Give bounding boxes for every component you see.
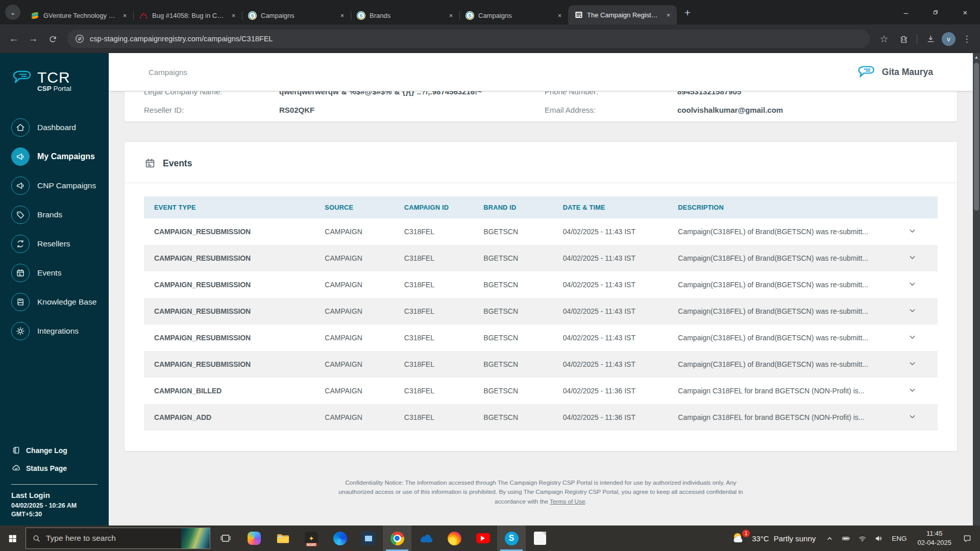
new-tab-button[interactable]: + xyxy=(680,5,695,20)
maximize-button[interactable] xyxy=(921,0,950,24)
sidebar-item-dashboard[interactable]: Dashboard xyxy=(0,113,109,142)
address-bar[interactable]: csp-staging.campaignregistry.com/campaig… xyxy=(67,30,870,48)
sidebar-item-cnp-campaigns[interactable]: CNP Campaigns xyxy=(0,171,109,200)
start-button[interactable] xyxy=(0,525,24,551)
brand-id-cell: BGETSCN xyxy=(473,271,553,298)
browser-tab[interactable]: The Campaign Registry - C× xyxy=(568,5,677,24)
expand-row-chevron-icon[interactable] xyxy=(898,324,938,351)
task-view-icon[interactable] xyxy=(211,525,240,551)
action-center-icon[interactable] xyxy=(958,534,977,543)
datetime-cell: 04/02/2025 - 11:43 IST xyxy=(553,324,668,351)
sidebar-item-brands[interactable]: Brands xyxy=(0,200,109,229)
reload-button[interactable] xyxy=(44,30,61,47)
weather-icon: 1 xyxy=(732,532,747,545)
browser-tab[interactable]: SBrands× xyxy=(351,6,459,24)
tag-glyph xyxy=(15,210,26,220)
minimize-button[interactable]: – xyxy=(891,0,921,24)
tab-search-button[interactable]: ⌄ xyxy=(5,5,20,20)
extensions-icon[interactable] xyxy=(895,31,912,47)
edge-icon[interactable] xyxy=(326,525,354,551)
tab-close-icon[interactable]: × xyxy=(555,11,564,20)
last-login-datetime: 04/02/2025 - 10:26 AM xyxy=(11,502,97,509)
search-daily-image[interactable] xyxy=(181,528,210,548)
downloads-icon[interactable] xyxy=(922,31,939,47)
campaign-details-card: Legal Company Name: qwerqwerwerqw`&`%$#@… xyxy=(124,91,958,122)
column-header-expand xyxy=(898,196,938,218)
svg-text:S: S xyxy=(251,13,254,18)
browser-tab[interactable]: Bug #14058: Bug in Campa× xyxy=(133,6,242,24)
white-app-icon[interactable] xyxy=(526,525,554,551)
expand-row-chevron-icon[interactable] xyxy=(898,218,938,245)
expand-row-chevron-icon[interactable] xyxy=(898,271,938,298)
event-row: CAMPAIGN_RESUBMISSIONCAMPAIGNC318FELBGET… xyxy=(144,298,938,324)
dark-app-icon[interactable] xyxy=(354,525,383,551)
url-text[interactable]: csp-staging.campaignregistry.com/campaig… xyxy=(90,35,273,43)
tab-close-icon[interactable]: × xyxy=(229,11,238,20)
description-cell: Campaign(C318FEL) of Brand(BGETSCN) was … xyxy=(668,271,898,298)
sidebar-item-my-campaigns[interactable]: My Campaigns xyxy=(0,142,109,171)
sidebar-link-change-log[interactable]: Change Log xyxy=(11,441,97,459)
expand-row-chevron-icon[interactable] xyxy=(898,404,938,431)
scrollbar-thumb[interactable] xyxy=(974,63,979,211)
language-indicator[interactable]: ENG xyxy=(887,535,911,542)
expand-row-chevron-icon[interactable] xyxy=(898,245,938,271)
expand-row-chevron-icon[interactable] xyxy=(898,378,938,404)
page-header: Campaigns Gita Maurya xyxy=(109,53,980,91)
phone-number-label: Phone Number: xyxy=(545,91,672,99)
file-explorer-icon[interactable] xyxy=(268,525,297,551)
description-cell: Campaign(C318FEL) of Brand(BGETSCN) was … xyxy=(668,351,898,378)
tcr-logo[interactable]: TCR CSP Portal xyxy=(0,68,109,92)
source-cell: CAMPAIGN xyxy=(314,298,394,324)
event-type-cell: CAMPAIGN_RESUBMISSION xyxy=(144,324,314,351)
legal-company-name-value: qwerqwerwerqw`&`%$#@$#$%`&`{}{}`..?/,.98… xyxy=(279,91,540,99)
onedrive-icon[interactable] xyxy=(411,525,440,551)
taskbar-weather[interactable]: 1 33°C Partly sunny xyxy=(727,532,821,545)
site-settings-icon[interactable] xyxy=(75,34,85,44)
user-chip[interactable]: Gita Maurya xyxy=(856,64,933,81)
sidebar-item-resellers[interactable]: Resellers xyxy=(0,229,109,258)
terms-of-use-link[interactable]: Terms of Use xyxy=(550,498,585,505)
taskbar-clock[interactable]: 11:45 02-04-2025 xyxy=(913,529,957,547)
profile-avatar[interactable]: v xyxy=(942,32,955,46)
sidebar-item-label: My Campaigns xyxy=(37,152,95,161)
forward-button[interactable]: → xyxy=(24,30,42,47)
volume-icon[interactable] xyxy=(871,534,886,543)
taskbar-search[interactable]: Type here to search xyxy=(26,528,210,549)
sidebar-item-integrations[interactable]: Integrations xyxy=(0,316,109,345)
chrome-icon[interactable] xyxy=(383,525,411,551)
scroll-up-arrow[interactable]: ▲ xyxy=(974,55,979,60)
expand-row-chevron-icon[interactable] xyxy=(898,298,938,324)
events-title-row: Events xyxy=(144,157,938,169)
back-button[interactable]: ← xyxy=(5,30,22,47)
tab-close-icon[interactable]: × xyxy=(447,11,455,20)
browser-tab[interactable]: SCampaigns× xyxy=(459,6,568,24)
user-logo-icon xyxy=(856,64,877,81)
sidebar-item-events[interactable]: Events xyxy=(0,258,109,287)
email-address-label: Email Address: xyxy=(545,106,672,114)
tab-close-icon[interactable]: × xyxy=(664,11,673,19)
page-scrollbar[interactable]: ▲ xyxy=(973,53,980,525)
skype-icon[interactable]: S xyxy=(497,525,526,551)
sidebar-link-status-page[interactable]: Status Page xyxy=(11,459,97,477)
tab-close-icon[interactable]: × xyxy=(120,11,129,20)
expand-row-chevron-icon[interactable] xyxy=(898,351,938,378)
copilot-icon[interactable] xyxy=(240,525,268,551)
battery-icon[interactable] xyxy=(838,534,853,543)
sidebar-item-knowledge-base[interactable]: Knowledge Base xyxy=(0,287,109,316)
book-glyph xyxy=(15,297,26,307)
tcr-favicon: S xyxy=(357,11,365,20)
tab-close-icon[interactable]: × xyxy=(338,11,347,20)
toolbar-actions: ☆ v ⋮ xyxy=(876,31,975,47)
browser-tab[interactable]: GVenture Technology Pvt. L× xyxy=(24,6,133,24)
youtube-icon[interactable] xyxy=(469,525,497,551)
m365-icon[interactable]: ✦M365 xyxy=(297,525,326,551)
firefox-icon[interactable] xyxy=(440,525,469,551)
close-button[interactable]: × xyxy=(950,0,980,24)
megaphone-glyph xyxy=(15,152,26,162)
browser-tab[interactable]: SCampaigns× xyxy=(242,6,351,24)
browser-menu-icon[interactable]: ⋮ xyxy=(959,31,975,47)
tray-chevron-icon[interactable] xyxy=(822,534,837,543)
bookmark-icon[interactable]: ☆ xyxy=(876,31,892,47)
sidebar-link-label: Change Log xyxy=(26,446,67,455)
wifi-icon[interactable] xyxy=(854,534,870,543)
